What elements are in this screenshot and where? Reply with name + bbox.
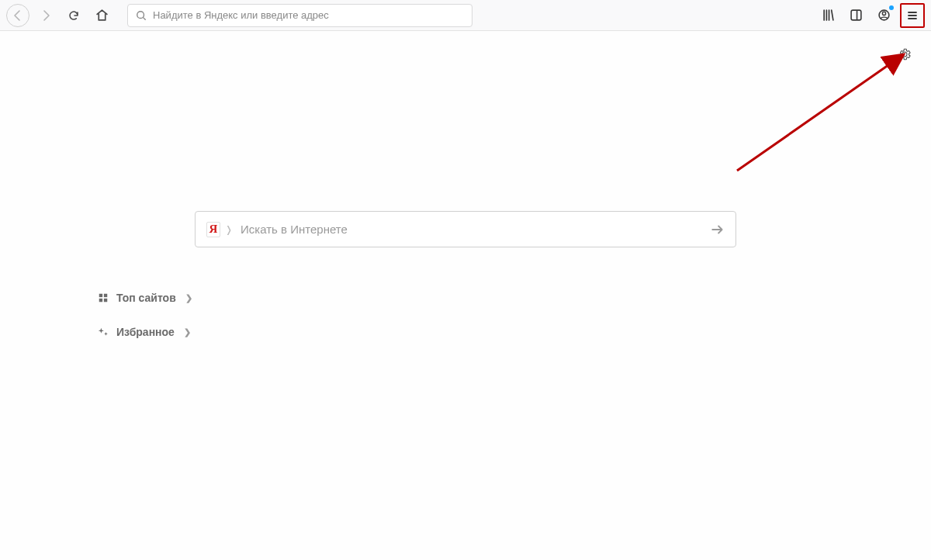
- svg-rect-5: [104, 294, 107, 297]
- svg-rect-1: [851, 10, 861, 20]
- page-content: Я ❭ Топ сайтов ❯ Избранное ❯: [0, 31, 931, 560]
- search-box[interactable]: Я ❭: [195, 211, 736, 247]
- browser-toolbar: [0, 0, 931, 31]
- hamburger-icon: [906, 9, 919, 22]
- top-sites-section[interactable]: Топ сайтов ❯: [98, 292, 192, 304]
- gear-icon: [898, 47, 912, 61]
- svg-point-3: [882, 12, 885, 15]
- arrow-right-icon: [40, 9, 52, 22]
- top-sites-label: Топ сайтов: [116, 292, 176, 304]
- notification-dot-icon: [889, 5, 894, 10]
- library-button[interactable]: [816, 4, 839, 27]
- arrow-right-icon[interactable]: [711, 223, 725, 237]
- chevron-right-icon: ❭: [225, 224, 233, 235]
- toolbar-right-icons: [816, 3, 925, 28]
- settings-button[interactable]: [895, 45, 914, 64]
- sidebar-button[interactable]: [844, 4, 867, 27]
- chevron-right-icon: ❯: [185, 293, 192, 303]
- search-input[interactable]: [241, 223, 703, 236]
- menu-button-highlight: [900, 3, 925, 28]
- search-icon: [136, 10, 147, 21]
- account-button[interactable]: [872, 4, 895, 27]
- annotation-arrow: [729, 47, 923, 178]
- svg-rect-7: [104, 299, 107, 302]
- url-input[interactable]: [153, 9, 464, 21]
- home-button[interactable]: [90, 4, 113, 27]
- svg-rect-6: [99, 299, 102, 302]
- favorites-section[interactable]: Избранное ❯: [98, 326, 192, 338]
- forward-button[interactable]: [34, 4, 57, 27]
- favorites-label: Избранное: [116, 326, 175, 338]
- sparkle-icon: [98, 327, 109, 337]
- library-icon: [822, 9, 835, 22]
- reload-button[interactable]: [62, 4, 85, 27]
- svg-line-8: [737, 54, 904, 171]
- back-button[interactable]: [6, 4, 29, 27]
- yandex-logo-icon: Я: [206, 222, 220, 237]
- sections-list: Топ сайтов ❯ Избранное ❯: [98, 292, 192, 338]
- menu-button[interactable]: [903, 6, 922, 25]
- url-bar[interactable]: [127, 4, 472, 27]
- reload-icon: [67, 9, 80, 22]
- sidebar-icon: [850, 9, 863, 22]
- home-icon: [95, 9, 109, 22]
- account-icon: [877, 9, 891, 22]
- svg-rect-4: [99, 294, 102, 297]
- arrow-left-icon: [12, 9, 24, 22]
- grid-icon: [98, 292, 109, 303]
- chevron-right-icon: ❯: [184, 327, 191, 337]
